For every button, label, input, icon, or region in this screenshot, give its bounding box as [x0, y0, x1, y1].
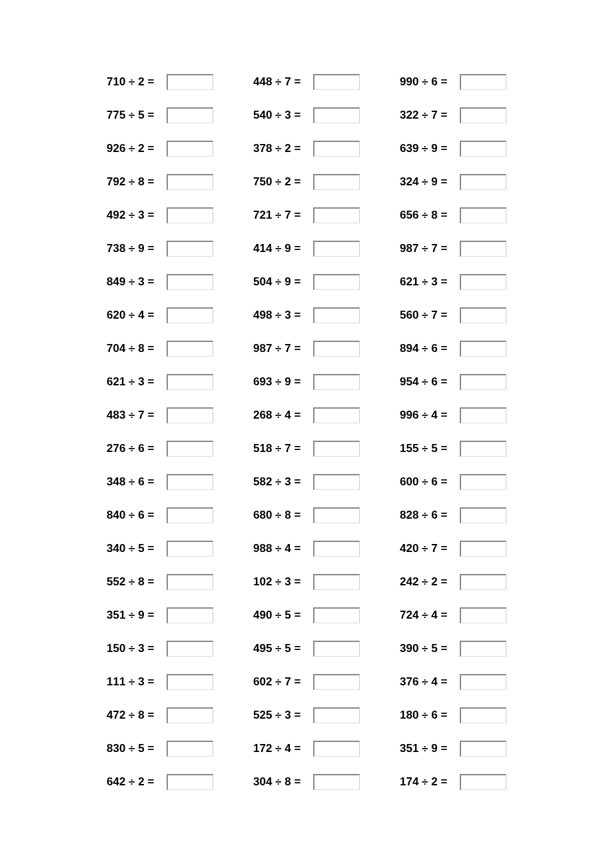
equals-symbol: =: [440, 175, 447, 188]
answer-input[interactable]: [460, 241, 506, 257]
problem-expression: 582 ÷ 3 =: [253, 475, 313, 489]
answer-input[interactable]: [460, 141, 506, 157]
answer-input[interactable]: [460, 774, 506, 790]
answer-input[interactable]: [167, 207, 213, 223]
answer-input[interactable]: [167, 707, 213, 723]
answer-input[interactable]: [460, 474, 506, 490]
answer-input[interactable]: [313, 174, 360, 190]
answer-input[interactable]: [460, 274, 506, 290]
answer-input[interactable]: [167, 607, 213, 623]
answer-input[interactable]: [460, 107, 506, 123]
divide-symbol: ÷: [129, 309, 135, 321]
answer-input[interactable]: [313, 407, 360, 423]
answer-input[interactable]: [460, 741, 506, 757]
dividend: 582: [253, 475, 272, 488]
problem-expression: 322 ÷ 7 =: [400, 109, 460, 122]
answer-input[interactable]: [460, 607, 506, 623]
answer-input[interactable]: [167, 241, 213, 257]
answer-input[interactable]: [167, 407, 213, 423]
answer-input[interactable]: [460, 574, 506, 590]
problem-row: 525 ÷ 3 =: [253, 707, 360, 724]
divide-symbol: ÷: [275, 642, 281, 655]
dividend: 830: [107, 742, 125, 755]
divisor: 2: [138, 142, 144, 155]
answer-input[interactable]: [460, 341, 506, 357]
equals-symbol: =: [440, 642, 447, 655]
problem-row: 693 ÷ 9 =: [253, 373, 360, 391]
dividend: 828: [400, 509, 418, 521]
answer-input[interactable]: [460, 507, 506, 523]
answer-input[interactable]: [167, 574, 213, 590]
equals-symbol: =: [147, 609, 154, 621]
answer-input[interactable]: [313, 774, 360, 790]
answer-input[interactable]: [460, 174, 506, 190]
answer-input[interactable]: [460, 374, 506, 390]
answer-input[interactable]: [167, 507, 213, 523]
answer-input[interactable]: [167, 341, 213, 357]
problem-row: 155 ÷ 5 =: [400, 440, 506, 457]
answer-input[interactable]: [167, 641, 213, 657]
answer-input[interactable]: [313, 441, 360, 457]
answer-input[interactable]: [313, 307, 360, 323]
problem-expression: 639 ÷ 9 =: [400, 142, 460, 155]
answer-input[interactable]: [167, 774, 213, 790]
answer-input[interactable]: [313, 607, 360, 623]
answer-input[interactable]: [313, 374, 360, 390]
answer-input[interactable]: [313, 474, 360, 490]
dividend: 710: [107, 75, 125, 88]
answer-input[interactable]: [167, 274, 213, 290]
problem-row: 849 ÷ 3 =: [107, 273, 213, 291]
answer-input[interactable]: [313, 107, 360, 123]
answer-input[interactable]: [313, 141, 360, 157]
answer-input[interactable]: [313, 341, 360, 357]
answer-input[interactable]: [313, 741, 360, 757]
problem-expression: 525 ÷ 3 =: [253, 709, 313, 722]
answer-input[interactable]: [167, 741, 213, 757]
answer-input[interactable]: [460, 641, 506, 657]
answer-input[interactable]: [167, 174, 213, 190]
answer-input[interactable]: [167, 441, 213, 457]
answer-input[interactable]: [167, 141, 213, 157]
answer-input[interactable]: [460, 307, 506, 323]
answer-input[interactable]: [167, 74, 213, 90]
answer-input[interactable]: [460, 541, 506, 557]
answer-input[interactable]: [167, 541, 213, 557]
answer-input[interactable]: [313, 541, 360, 557]
problem-expression: 472 ÷ 8 =: [107, 709, 167, 722]
answer-input[interactable]: [313, 507, 360, 523]
answer-input[interactable]: [167, 674, 213, 690]
divide-symbol: ÷: [422, 75, 428, 88]
dividend: 560: [400, 309, 418, 321]
problem-expression: 987 ÷ 7 =: [253, 342, 313, 355]
answer-input[interactable]: [460, 441, 506, 457]
answer-input[interactable]: [313, 641, 360, 657]
answer-input[interactable]: [313, 674, 360, 690]
equals-symbol: =: [440, 542, 447, 555]
answer-input[interactable]: [313, 74, 360, 90]
answer-input[interactable]: [460, 707, 506, 723]
answer-input[interactable]: [313, 574, 360, 590]
equals-symbol: =: [440, 109, 447, 121]
answer-input[interactable]: [460, 407, 506, 423]
divisor: 2: [138, 775, 144, 788]
answer-input[interactable]: [460, 207, 506, 223]
dividend: 552: [107, 575, 125, 588]
divide-symbol: ÷: [422, 275, 428, 288]
answer-input[interactable]: [460, 74, 506, 90]
answer-input[interactable]: [167, 374, 213, 390]
dividend: 990: [400, 75, 418, 88]
answer-input[interactable]: [313, 241, 360, 257]
answer-input[interactable]: [460, 674, 506, 690]
answer-input[interactable]: [167, 474, 213, 490]
divide-symbol: ÷: [129, 475, 135, 488]
problem-row: 926 ÷ 2 =: [107, 140, 213, 157]
equals-symbol: =: [440, 242, 447, 255]
answer-input[interactable]: [167, 107, 213, 123]
answer-input[interactable]: [313, 707, 360, 723]
answer-input[interactable]: [313, 207, 360, 223]
answer-input[interactable]: [167, 307, 213, 323]
equals-symbol: =: [440, 209, 447, 221]
answer-input[interactable]: [313, 274, 360, 290]
equals-symbol: =: [294, 509, 301, 521]
problem-expression: 926 ÷ 2 =: [107, 142, 167, 155]
